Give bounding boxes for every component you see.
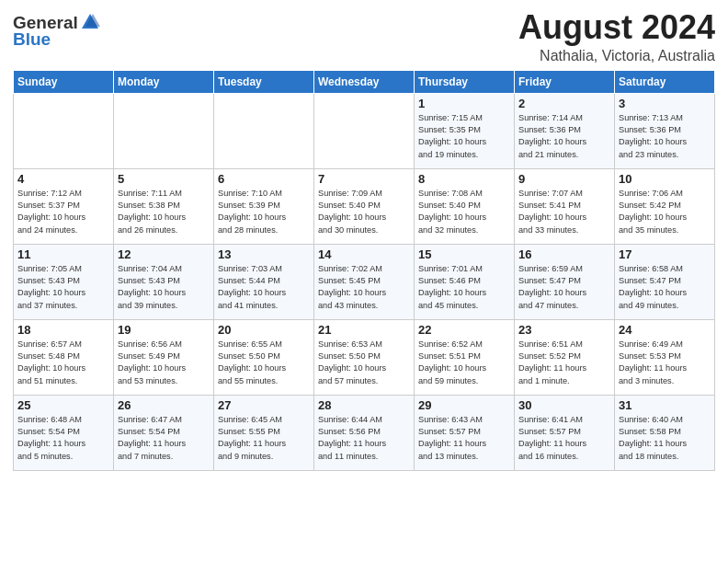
table-row bbox=[114, 93, 214, 168]
day-info: Sunrise: 6:44 AMSunset: 5:56 PMDaylight:… bbox=[318, 414, 410, 463]
day-info: Sunrise: 6:48 AMSunset: 5:54 PMDaylight:… bbox=[17, 414, 109, 463]
day-info: Sunrise: 6:41 AMSunset: 5:57 PMDaylight:… bbox=[518, 414, 610, 463]
table-row: 26Sunrise: 6:47 AMSunset: 5:54 PMDayligh… bbox=[114, 395, 214, 470]
day-info: Sunrise: 7:07 AMSunset: 5:41 PMDaylight:… bbox=[518, 188, 610, 236]
day-info: Sunrise: 7:02 AMSunset: 5:45 PMDaylight:… bbox=[318, 263, 410, 312]
day-info: Sunrise: 7:08 AMSunset: 5:40 PMDaylight:… bbox=[418, 188, 510, 236]
table-row: 6Sunrise: 7:10 AMSunset: 5:39 PMDaylight… bbox=[214, 168, 314, 244]
day-info: Sunrise: 7:03 AMSunset: 5:44 PMDaylight:… bbox=[218, 263, 310, 312]
day-number: 27 bbox=[218, 398, 310, 412]
col-monday: Monday bbox=[114, 70, 214, 93]
calendar-week-row: 4Sunrise: 7:12 AMSunset: 5:37 PMDaylight… bbox=[14, 168, 715, 244]
day-info: Sunrise: 7:04 AMSunset: 5:43 PMDaylight:… bbox=[118, 263, 210, 312]
table-row: 14Sunrise: 7:02 AMSunset: 5:45 PMDayligh… bbox=[314, 244, 415, 319]
col-thursday: Thursday bbox=[415, 70, 515, 93]
day-number: 29 bbox=[418, 398, 510, 412]
table-row: 28Sunrise: 6:44 AMSunset: 5:56 PMDayligh… bbox=[314, 395, 415, 470]
day-number: 19 bbox=[118, 323, 210, 337]
day-info: Sunrise: 6:59 AMSunset: 5:47 PMDaylight:… bbox=[518, 263, 610, 312]
day-number: 1 bbox=[418, 97, 510, 110]
day-info: Sunrise: 6:51 AMSunset: 5:52 PMDaylight:… bbox=[518, 339, 610, 387]
day-number: 16 bbox=[518, 247, 610, 261]
day-number: 25 bbox=[17, 398, 109, 412]
day-info: Sunrise: 7:11 AMSunset: 5:38 PMDaylight:… bbox=[118, 188, 210, 236]
day-info: Sunrise: 6:47 AMSunset: 5:54 PMDaylight:… bbox=[118, 414, 210, 463]
day-info: Sunrise: 6:58 AMSunset: 5:47 PMDaylight:… bbox=[619, 263, 711, 312]
table-row: 11Sunrise: 7:05 AMSunset: 5:43 PMDayligh… bbox=[14, 244, 114, 319]
day-number: 21 bbox=[318, 323, 410, 337]
title-block: August 2024 Nathalia, Victoria, Australi… bbox=[518, 9, 715, 64]
table-row: 4Sunrise: 7:12 AMSunset: 5:37 PMDaylight… bbox=[14, 168, 114, 244]
logo: General Blue bbox=[13, 13, 100, 50]
day-number: 31 bbox=[619, 398, 711, 412]
day-number: 24 bbox=[619, 323, 711, 337]
day-info: Sunrise: 6:56 AMSunset: 5:49 PMDaylight:… bbox=[118, 339, 210, 387]
table-row: 10Sunrise: 7:06 AMSunset: 5:42 PMDayligh… bbox=[615, 168, 715, 244]
col-wednesday: Wednesday bbox=[314, 70, 415, 93]
day-info: Sunrise: 6:57 AMSunset: 5:48 PMDaylight:… bbox=[17, 339, 109, 387]
day-info: Sunrise: 6:45 AMSunset: 5:55 PMDaylight:… bbox=[218, 414, 310, 463]
col-saturday: Saturday bbox=[615, 70, 715, 93]
table-row: 2Sunrise: 7:14 AMSunset: 5:36 PMDaylight… bbox=[515, 93, 615, 168]
col-tuesday: Tuesday bbox=[214, 70, 314, 93]
day-info: Sunrise: 7:06 AMSunset: 5:42 PMDaylight:… bbox=[619, 188, 711, 236]
table-row: 7Sunrise: 7:09 AMSunset: 5:40 PMDaylight… bbox=[314, 168, 415, 244]
logo-blue-text: Blue bbox=[13, 29, 51, 50]
day-number: 23 bbox=[518, 323, 610, 337]
calendar-week-row: 11Sunrise: 7:05 AMSunset: 5:43 PMDayligh… bbox=[14, 244, 715, 319]
table-row: 20Sunrise: 6:55 AMSunset: 5:50 PMDayligh… bbox=[214, 319, 314, 395]
day-number: 18 bbox=[17, 323, 109, 337]
day-info: Sunrise: 7:01 AMSunset: 5:46 PMDaylight:… bbox=[418, 263, 510, 312]
table-row: 22Sunrise: 6:52 AMSunset: 5:51 PMDayligh… bbox=[415, 319, 515, 395]
table-row: 25Sunrise: 6:48 AMSunset: 5:54 PMDayligh… bbox=[14, 395, 114, 470]
calendar-week-row: 25Sunrise: 6:48 AMSunset: 5:54 PMDayligh… bbox=[14, 395, 715, 470]
day-number: 3 bbox=[619, 97, 711, 110]
calendar-week-row: 18Sunrise: 6:57 AMSunset: 5:48 PMDayligh… bbox=[14, 319, 715, 395]
table-row bbox=[214, 93, 314, 168]
table-row: 5Sunrise: 7:11 AMSunset: 5:38 PMDaylight… bbox=[114, 168, 214, 244]
day-info: Sunrise: 7:05 AMSunset: 5:43 PMDaylight:… bbox=[17, 263, 109, 312]
calendar-week-row: 1Sunrise: 7:15 AMSunset: 5:35 PMDaylight… bbox=[14, 93, 715, 168]
location-subtitle: Nathalia, Victoria, Australia bbox=[518, 48, 715, 64]
day-info: Sunrise: 7:13 AMSunset: 5:36 PMDaylight:… bbox=[619, 112, 711, 161]
day-number: 4 bbox=[17, 172, 109, 186]
day-number: 20 bbox=[218, 323, 310, 337]
calendar-table: Sunday Monday Tuesday Wednesday Thursday… bbox=[13, 70, 715, 471]
col-sunday: Sunday bbox=[14, 70, 114, 93]
day-info: Sunrise: 6:52 AMSunset: 5:51 PMDaylight:… bbox=[418, 339, 510, 387]
day-number: 15 bbox=[418, 247, 510, 261]
table-row: 16Sunrise: 6:59 AMSunset: 5:47 PMDayligh… bbox=[515, 244, 615, 319]
table-row bbox=[314, 93, 415, 168]
table-row: 12Sunrise: 7:04 AMSunset: 5:43 PMDayligh… bbox=[114, 244, 214, 319]
table-row: 19Sunrise: 6:56 AMSunset: 5:49 PMDayligh… bbox=[114, 319, 214, 395]
table-row bbox=[14, 93, 114, 168]
col-friday: Friday bbox=[515, 70, 615, 93]
page-header: General Blue August 2024 Nathalia, Victo… bbox=[13, 9, 715, 64]
calendar-header-row: Sunday Monday Tuesday Wednesday Thursday… bbox=[14, 70, 715, 93]
table-row: 1Sunrise: 7:15 AMSunset: 5:35 PMDaylight… bbox=[415, 93, 515, 168]
table-row: 15Sunrise: 7:01 AMSunset: 5:46 PMDayligh… bbox=[415, 244, 515, 319]
table-row: 13Sunrise: 7:03 AMSunset: 5:44 PMDayligh… bbox=[214, 244, 314, 319]
day-info: Sunrise: 7:15 AMSunset: 5:35 PMDaylight:… bbox=[418, 112, 510, 161]
day-info: Sunrise: 6:49 AMSunset: 5:53 PMDaylight:… bbox=[619, 339, 711, 387]
day-number: 2 bbox=[518, 97, 610, 110]
day-number: 26 bbox=[118, 398, 210, 412]
table-row: 8Sunrise: 7:08 AMSunset: 5:40 PMDaylight… bbox=[415, 168, 515, 244]
table-row: 23Sunrise: 6:51 AMSunset: 5:52 PMDayligh… bbox=[515, 319, 615, 395]
day-info: Sunrise: 6:40 AMSunset: 5:58 PMDaylight:… bbox=[619, 414, 711, 463]
day-number: 30 bbox=[518, 398, 610, 412]
day-number: 22 bbox=[418, 323, 510, 337]
table-row: 30Sunrise: 6:41 AMSunset: 5:57 PMDayligh… bbox=[515, 395, 615, 470]
day-info: Sunrise: 6:43 AMSunset: 5:57 PMDaylight:… bbox=[418, 414, 510, 463]
day-info: Sunrise: 7:10 AMSunset: 5:39 PMDaylight:… bbox=[218, 188, 310, 236]
day-number: 6 bbox=[218, 172, 310, 186]
table-row: 18Sunrise: 6:57 AMSunset: 5:48 PMDayligh… bbox=[14, 319, 114, 395]
day-number: 5 bbox=[118, 172, 210, 186]
day-info: Sunrise: 7:14 AMSunset: 5:36 PMDaylight:… bbox=[518, 112, 610, 161]
day-number: 11 bbox=[17, 247, 109, 261]
day-info: Sunrise: 6:55 AMSunset: 5:50 PMDaylight:… bbox=[218, 339, 310, 387]
day-number: 13 bbox=[218, 247, 310, 261]
logo-icon bbox=[80, 12, 100, 32]
day-info: Sunrise: 7:09 AMSunset: 5:40 PMDaylight:… bbox=[318, 188, 410, 236]
day-number: 12 bbox=[118, 247, 210, 261]
